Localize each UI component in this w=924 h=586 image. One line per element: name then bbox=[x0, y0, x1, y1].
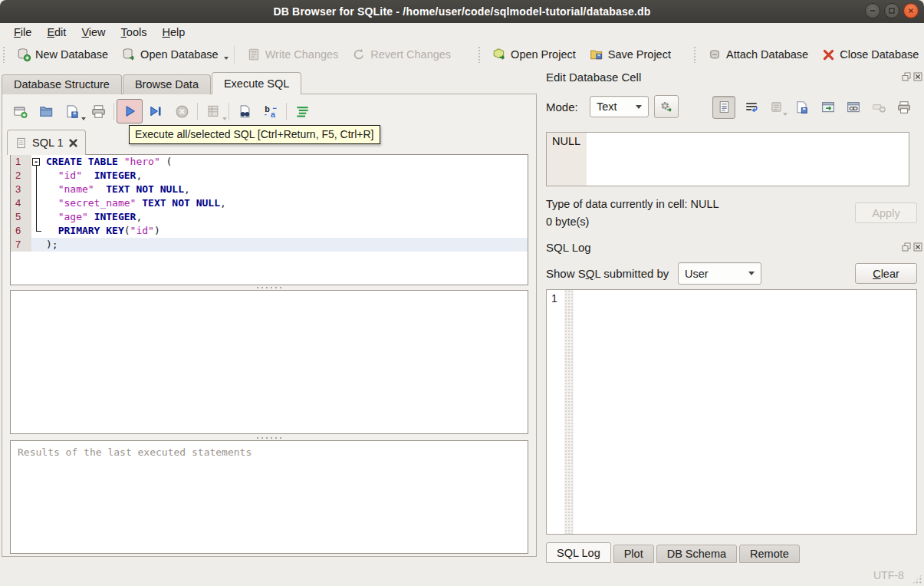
toolbar-drag-handle[interactable] bbox=[478, 46, 482, 63]
export-cell-button[interactable] bbox=[793, 98, 811, 117]
code-text: "name" TEXT NOT NULL, bbox=[44, 183, 190, 196]
revert-changes-icon bbox=[352, 48, 366, 61]
open-project-button[interactable]: Open Project bbox=[485, 44, 583, 64]
window-title: DB Browser for SQLite - /home/user/code/… bbox=[273, 5, 650, 18]
code-line[interactable]: 1-CREATE TABLE "hero" ( bbox=[11, 155, 528, 169]
print-cell-button[interactable] bbox=[895, 98, 913, 117]
auto-apply-button[interactable] bbox=[654, 95, 679, 118]
line-number: 6 bbox=[11, 224, 31, 238]
menu-tools[interactable]: Tools bbox=[113, 25, 155, 40]
title-bar[interactable]: DB Browser for SQLite - /home/user/code/… bbox=[0, 0, 924, 23]
text-mode-button[interactable] bbox=[712, 96, 735, 119]
float-dock-icon[interactable] bbox=[902, 72, 911, 81]
open-sql-tab-button[interactable] bbox=[7, 99, 33, 123]
external-window-icon bbox=[821, 100, 835, 114]
open-database-button[interactable]: Open Database bbox=[115, 44, 225, 64]
code-lines: 1-CREATE TABLE "hero" (2 "id" INTEGER,3 … bbox=[11, 155, 528, 252]
stop-icon bbox=[175, 104, 189, 119]
code-line[interactable]: 2 "id" INTEGER, bbox=[11, 169, 528, 183]
code-text: "id" INTEGER, bbox=[44, 169, 142, 183]
clear-log-button[interactable]: Clear bbox=[855, 263, 917, 284]
code-line[interactable]: 6 PRIMARY KEY("id") bbox=[11, 224, 528, 238]
code-line[interactable]: 3 "name" TEXT NOT NULL, bbox=[11, 183, 528, 196]
dock-tab-plot[interactable]: Plot bbox=[613, 545, 654, 563]
fold-margin[interactable]: - bbox=[31, 155, 44, 169]
sql-file-tab[interactable]: SQL 1 bbox=[7, 130, 86, 155]
print-icon bbox=[897, 100, 911, 114]
import-icon bbox=[770, 100, 784, 114]
save-project-button[interactable]: Save Project bbox=[583, 44, 678, 64]
cell-value-editor[interactable]: NULL bbox=[546, 132, 909, 186]
write-changes-icon bbox=[247, 48, 261, 61]
resize-grip[interactable] bbox=[912, 574, 922, 584]
menu-view[interactable]: View bbox=[74, 25, 113, 40]
export-icon bbox=[795, 100, 809, 114]
open-sql-file-button[interactable] bbox=[33, 99, 59, 123]
toolbar-drag-handle[interactable] bbox=[693, 46, 697, 63]
maximize-button[interactable] bbox=[884, 3, 899, 18]
close-icon bbox=[907, 7, 915, 15]
open-project-icon bbox=[492, 48, 506, 61]
fold-margin bbox=[31, 183, 44, 196]
save-results-button bbox=[200, 99, 226, 123]
chevron-down-icon bbox=[748, 272, 755, 275]
minimize-button[interactable] bbox=[865, 3, 880, 18]
results-message-pane[interactable]: Results of the last executed statements bbox=[10, 440, 528, 554]
code-line[interactable]: 7); bbox=[11, 238, 528, 252]
sql-log-view[interactable]: 1 bbox=[546, 289, 917, 535]
toolbar-drag-handle[interactable] bbox=[2, 46, 6, 63]
find-button[interactable] bbox=[232, 99, 258, 123]
menu-edit[interactable]: Edit bbox=[39, 25, 74, 40]
code-line[interactable]: 4 "secret_name" TEXT NOT NULL, bbox=[11, 196, 528, 210]
print-sql-button[interactable] bbox=[85, 99, 111, 123]
results-grid[interactable] bbox=[10, 290, 528, 434]
code-line[interactable]: 5 "age" INTEGER, bbox=[11, 210, 528, 224]
sql-editor[interactable]: 1-CREATE TABLE "hero" (2 "id" INTEGER,3 … bbox=[10, 154, 528, 285]
svg-text:b: b bbox=[265, 104, 270, 114]
close-database-button[interactable]: Close Database bbox=[815, 45, 924, 64]
save-sql-file-button[interactable] bbox=[59, 99, 85, 123]
float-dock-icon[interactable] bbox=[902, 242, 911, 252]
close-button[interactable] bbox=[903, 3, 919, 18]
tab-browse-data[interactable]: Browse Data bbox=[123, 74, 211, 94]
dock-tab-db-schema[interactable]: DB Schema bbox=[656, 545, 737, 563]
attach-database-button[interactable]: Attach Database bbox=[701, 44, 815, 64]
open-sql-file-icon bbox=[39, 104, 54, 119]
save-results-dropdown-caret bbox=[222, 117, 227, 120]
open-database-dropdown-caret[interactable] bbox=[224, 57, 229, 60]
word-wrap-button[interactable] bbox=[742, 98, 761, 117]
tab-execute-sql[interactable]: Execute SQL bbox=[212, 72, 301, 94]
open-in-external-button[interactable] bbox=[819, 98, 837, 117]
execute-line-button[interactable] bbox=[143, 99, 169, 123]
link-data-button[interactable] bbox=[844, 98, 863, 117]
new-database-button[interactable]: New Database bbox=[10, 44, 115, 64]
print-icon bbox=[91, 104, 106, 119]
replace-icon: b a bbox=[264, 104, 278, 119]
close-dock-icon[interactable] bbox=[913, 72, 922, 81]
format-sql-button[interactable] bbox=[289, 99, 315, 123]
splitter-handle[interactable] bbox=[255, 436, 283, 440]
set-null-button bbox=[870, 98, 888, 117]
fold-margin bbox=[31, 224, 44, 238]
log-filter-combobox[interactable]: User bbox=[678, 262, 761, 285]
execute-all-button[interactable] bbox=[117, 99, 143, 123]
replace-button[interactable]: b a bbox=[258, 99, 284, 123]
dock-tab-remote[interactable]: Remote bbox=[739, 545, 800, 563]
mode-combobox[interactable]: Text bbox=[590, 96, 649, 117]
svg-text:a: a bbox=[270, 110, 275, 119]
execute-sql-panel: b a SQL 1 bbox=[2, 94, 537, 557]
close-tab-icon[interactable] bbox=[69, 139, 77, 147]
execute-tooltip: Execute all/selected SQL [Ctrl+Return, F… bbox=[129, 125, 380, 144]
word-wrap-icon bbox=[745, 100, 758, 114]
menu-help[interactable]: Help bbox=[154, 25, 192, 40]
fold-margin bbox=[31, 169, 44, 183]
dock-tab-sql-log[interactable]: SQL Log bbox=[546, 542, 611, 563]
splitter-handle[interactable] bbox=[255, 286, 283, 289]
maximize-icon bbox=[888, 7, 896, 15]
encoding-status: UTF-8 bbox=[873, 569, 904, 581]
menu-file[interactable]: File bbox=[6, 25, 39, 40]
link-icon bbox=[847, 100, 860, 114]
tab-database-structure[interactable]: Database Structure bbox=[2, 74, 122, 94]
results-placeholder: Results of the last executed statements bbox=[18, 446, 252, 458]
close-dock-icon[interactable] bbox=[913, 242, 922, 252]
